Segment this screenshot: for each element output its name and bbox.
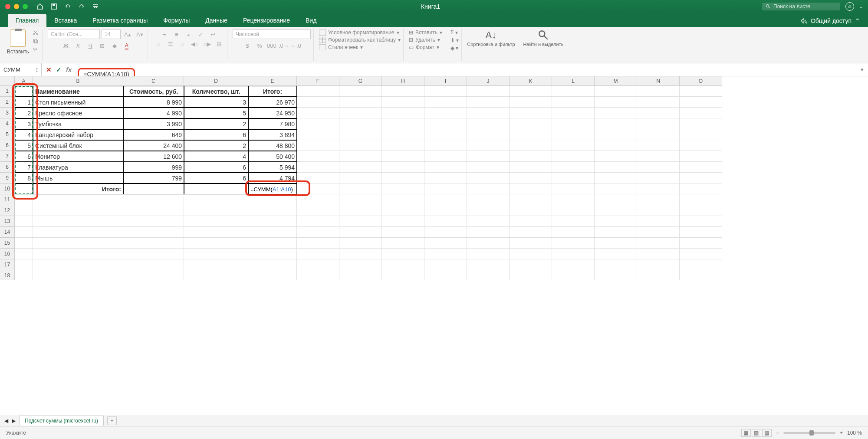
cell-C3[interactable]: 4 990 bbox=[123, 108, 184, 118]
col-header-I[interactable]: I bbox=[424, 76, 467, 86]
wrap-text-icon[interactable]: ↩ bbox=[208, 29, 218, 39]
cell-B7[interactable]: Монитор bbox=[33, 151, 123, 162]
orientation-icon[interactable]: ⤢ bbox=[196, 29, 206, 39]
cell-C4[interactable]: 3 990 bbox=[123, 118, 184, 129]
insert-cells-button[interactable]: ⊞ Вставить ▾ bbox=[409, 29, 442, 36]
decrease-font-icon[interactable]: A▾ bbox=[135, 29, 145, 39]
name-box[interactable]: СУММ ▴▾ bbox=[0, 63, 42, 76]
tab-view[interactable]: Вид bbox=[298, 14, 324, 27]
col-header-O[interactable]: O bbox=[680, 76, 722, 86]
cell-A8[interactable]: 7 bbox=[15, 162, 33, 173]
col-header-F[interactable]: F bbox=[297, 76, 339, 86]
col-header-N[interactable]: N bbox=[637, 76, 680, 86]
select-all-corner[interactable] bbox=[0, 76, 15, 86]
cell-D8[interactable]: 6 bbox=[184, 162, 248, 173]
underline-button[interactable]: Ч bbox=[85, 41, 95, 50]
align-left-icon[interactable]: ≡ bbox=[153, 39, 164, 49]
format-painter-icon[interactable] bbox=[32, 47, 39, 53]
search-box[interactable]: Поиск на листе bbox=[762, 3, 840, 10]
currency-icon[interactable]: $ bbox=[242, 41, 253, 50]
redo-icon[interactable] bbox=[78, 3, 85, 10]
increase-decimal-icon[interactable]: .0→ bbox=[279, 41, 289, 50]
close-window-button[interactable] bbox=[5, 4, 10, 9]
conditional-formatting-button[interactable]: Условное форматирование ▾ bbox=[319, 29, 401, 36]
col-header-M[interactable]: M bbox=[595, 76, 637, 86]
cell-C2[interactable]: 8 990 bbox=[123, 97, 184, 108]
row-header-4[interactable]: 4 bbox=[0, 118, 15, 129]
cell-C8[interactable]: 999 bbox=[123, 162, 184, 173]
font-size-select[interactable]: 14 bbox=[102, 29, 121, 39]
row-header-12[interactable]: 12 bbox=[0, 205, 15, 216]
cell-A1[interactable] bbox=[15, 86, 33, 97]
row-header-10[interactable]: 10 bbox=[0, 183, 15, 194]
cell-E10-active[interactable]: =СУММ(A1:A10) bbox=[248, 183, 297, 194]
cell-E2[interactable]: 26 970 bbox=[248, 97, 297, 108]
cell-C7[interactable]: 12 600 bbox=[123, 151, 184, 162]
cell-D10[interactable] bbox=[184, 183, 248, 194]
cell-D2[interactable]: 3 bbox=[184, 97, 248, 108]
decrease-decimal-icon[interactable]: ←.0 bbox=[291, 41, 301, 50]
cell-E3[interactable]: 24 950 bbox=[248, 108, 297, 118]
font-color-button[interactable]: A bbox=[122, 41, 132, 50]
row-header-1[interactable]: 1 bbox=[0, 86, 15, 97]
home-icon[interactable] bbox=[36, 3, 43, 10]
row-header-9[interactable]: 9 bbox=[0, 173, 15, 183]
tab-page-layout[interactable]: Разметка страницы bbox=[85, 14, 155, 27]
paste-button[interactable]: Вставить bbox=[7, 29, 29, 55]
col-header-B[interactable]: B bbox=[33, 76, 123, 86]
align-center-icon[interactable]: ☰ bbox=[165, 39, 176, 49]
row-header-18[interactable]: 18 bbox=[0, 270, 15, 280]
italic-button[interactable]: К bbox=[73, 41, 83, 50]
row-header-11[interactable]: 11 bbox=[0, 194, 15, 205]
row-header-5[interactable]: 5 bbox=[0, 129, 15, 140]
format-as-table-button[interactable]: Форматировать как таблицу ▾ bbox=[319, 37, 401, 43]
cell-C6[interactable]: 24 400 bbox=[123, 140, 184, 151]
delete-cells-button[interactable]: ⊟ Удалить ▾ bbox=[409, 37, 442, 43]
cell-C9[interactable]: 799 bbox=[123, 173, 184, 183]
cell-B9[interactable]: Мышь bbox=[33, 173, 123, 183]
col-header-L[interactable]: L bbox=[552, 76, 595, 86]
fill-color-button[interactable]: ◆ bbox=[109, 41, 120, 50]
col-header-C[interactable]: C bbox=[123, 76, 184, 86]
maximize-window-button[interactable] bbox=[23, 4, 28, 9]
cell-A4[interactable]: 3 bbox=[15, 118, 33, 129]
tab-formulas[interactable]: Формулы bbox=[155, 14, 197, 27]
cell-B3[interactable]: Кресло офисное bbox=[33, 108, 123, 118]
font-name-select[interactable]: Calibri (Осн... bbox=[48, 29, 100, 39]
cell-E4[interactable]: 7 980 bbox=[248, 118, 297, 129]
row-header-15[interactable]: 15 bbox=[0, 238, 15, 249]
cell-C1[interactable]: Стоимость, руб. bbox=[123, 86, 184, 97]
cell-E6[interactable]: 48 800 bbox=[248, 140, 297, 151]
chevron-up-icon[interactable]: ⌃ bbox=[855, 17, 860, 24]
comma-icon[interactable]: 000 bbox=[266, 41, 277, 50]
cell-B8[interactable]: Клавиатура bbox=[33, 162, 123, 173]
increase-indent-icon[interactable]: ≡▶ bbox=[202, 39, 212, 49]
expand-formula-bar-icon[interactable]: ▾ bbox=[856, 66, 868, 73]
cell-E9[interactable]: 4 794 bbox=[248, 173, 297, 183]
cell-E8[interactable]: 5 994 bbox=[248, 162, 297, 173]
autosum-button[interactable]: Σ ▾ bbox=[450, 29, 459, 36]
cell-A9[interactable]: 8 bbox=[15, 173, 33, 183]
row-header-2[interactable]: 2 bbox=[0, 97, 15, 108]
percent-icon[interactable]: % bbox=[254, 41, 265, 50]
cell-B2[interactable]: Стол письменный bbox=[33, 97, 123, 108]
row-header-16[interactable]: 16 bbox=[0, 249, 15, 259]
cell-E7[interactable]: 50 400 bbox=[248, 151, 297, 162]
fill-button[interactable]: ⬇ ▾ bbox=[450, 37, 459, 43]
undo-icon[interactable] bbox=[64, 3, 71, 10]
align-right-icon[interactable]: ≡ bbox=[178, 39, 188, 49]
spreadsheet-grid[interactable]: A B C D E F G H I J K L M N O 1 2 3 4 5 … bbox=[0, 76, 868, 280]
name-box-spinner-icon[interactable]: ▴▾ bbox=[36, 67, 38, 73]
feedback-icon[interactable]: ☺ bbox=[845, 2, 854, 11]
cell-A3[interactable]: 2 bbox=[15, 108, 33, 118]
save-icon[interactable] bbox=[50, 3, 57, 10]
cell-D9[interactable]: 6 bbox=[184, 173, 248, 183]
cell-D7[interactable]: 4 bbox=[184, 151, 248, 162]
col-header-G[interactable]: G bbox=[339, 76, 382, 86]
cell-D6[interactable]: 2 bbox=[184, 140, 248, 151]
cell-B6[interactable]: Системный блок bbox=[33, 140, 123, 151]
cell-A6[interactable]: 5 bbox=[15, 140, 33, 151]
clear-button[interactable]: ◆ ▾ bbox=[450, 45, 459, 51]
sort-filter-button[interactable]: A↓ Сортировка и фильтр bbox=[467, 29, 515, 47]
row-header-7[interactable]: 7 bbox=[0, 151, 15, 162]
